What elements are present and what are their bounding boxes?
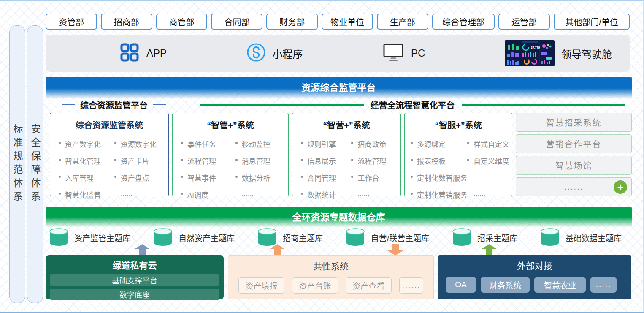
system-item: 流程管理 [351, 155, 398, 166]
external-chip-more: ..... [590, 277, 617, 293]
private-cloud-box: 绿道私有云 基础支撑平台 数字底座 [46, 255, 224, 299]
channel-miniprogram: 小程序 [246, 43, 303, 64]
bullet-dot [351, 142, 353, 144]
resource-platform-architecture: 标准规范体系 安全保障体系 资管部 招商部 商管部 合同部 财务部 物业单位 生… [0, 0, 644, 313]
channel-label: 领导驾驶舱 [561, 46, 612, 61]
external-integration-box: 外部对接 OA 财务系统 智慧农业 ..... [438, 255, 631, 299]
common-chip-asset-view: 资产查看 [346, 277, 392, 294]
add-button[interactable]: + [614, 180, 627, 194]
bullet-dot [411, 176, 413, 178]
external-integration-title: 外部对接 [446, 259, 624, 272]
database-asset-supervision: 资产监管主题库 [49, 228, 130, 247]
bullet-dot [301, 159, 303, 161]
system-item: 数据分析 [235, 172, 286, 183]
external-chip-oa: OA [446, 277, 476, 293]
database-basic-data: 基础数据主题库 [540, 228, 622, 247]
rail-label: 安全保障体系 [28, 124, 42, 205]
green-line [462, 104, 625, 106]
flow-arrow-up-green [481, 244, 497, 256]
system-item: 定制化营销服务 [411, 189, 467, 200]
database-row: 资产监管主题库 自然资产主题库 招商主题库 自营/联营主题库 招采主题库 基础数… [46, 226, 632, 249]
system-item-more: ...... [235, 189, 286, 200]
system-item: 移动监控 [235, 139, 286, 149]
bullet-dot [301, 193, 303, 195]
bullet-dot [351, 176, 353, 178]
system-box-title: “智营+”系统 [292, 119, 400, 131]
channel-app: APP [119, 42, 167, 64]
system-item: 数据统计 [301, 189, 351, 200]
cloud-layer-support-platform: 基础支撑平台 [50, 274, 219, 286]
common-chip-asset-report: 资产填报 [238, 277, 284, 294]
system-item: 信息展示 [301, 155, 351, 166]
system-item: 智慧化管理 [59, 155, 114, 166]
rail-label: 标准规范体系 [10, 124, 24, 205]
side-system-smart-venue: 智慧场馆 [516, 156, 632, 175]
bullet-dot [301, 176, 303, 178]
common-systems-title: 共性系统 [238, 259, 423, 272]
system-item: 合同管理 [301, 172, 351, 183]
database-cylinder-icon [540, 228, 560, 247]
system-item-more: ...... [351, 189, 398, 200]
channel-label: 小程序 [273, 46, 303, 61]
bullet-dot [181, 159, 183, 161]
green-line [200, 104, 364, 106]
system-item-more: ...... [467, 189, 509, 200]
system-item: 智慧化监管 [59, 189, 114, 200]
side-systems-column: 智慧招采系统 营销合作平台 智慧场馆 ...... + [516, 113, 632, 196]
platform-banner-title: 资源综合监管平台 [301, 82, 376, 93]
rail-standards-system: 标准规范体系 [9, 25, 25, 303]
platform-banner: 资源综合监管平台 [46, 77, 632, 99]
warehouse-banner-title: 全环资源专题数据仓库 [292, 212, 385, 223]
bullet-dot [411, 142, 413, 144]
system-box-zhiying: “智营+”系统 规则引擎 招商政策 信息展示 流程管理 合同管理 工作台 数据统… [292, 113, 401, 196]
department-chip: 其他部门/单位 [554, 14, 630, 30]
bullet-dot [59, 193, 61, 195]
system-item: 消息管理 [235, 155, 286, 166]
database-natural-assets: 自然资产主题库 [153, 228, 235, 247]
bullet-dot [181, 142, 183, 144]
rail-security-system: 安全保障体系 [27, 25, 43, 303]
bullet-dot [114, 159, 116, 161]
bullet-dot [59, 142, 61, 144]
side-system-marketing-platform: 营销合作平台 [516, 134, 632, 153]
app-grid-icon [119, 42, 140, 64]
system-item: 报表模板 [411, 155, 467, 166]
flow-arrow-down-orange [387, 244, 403, 256]
private-cloud-title: 绿道私有云 [50, 259, 219, 271]
bullet-dot [181, 193, 183, 195]
database-cylinder-icon [346, 228, 365, 247]
system-box-title: “智服+”系统 [405, 119, 512, 131]
system-item-more: ...... [114, 189, 166, 200]
department-chip: 综合管理部 [432, 14, 495, 30]
system-item: 定制化数智服务 [411, 172, 509, 183]
bullet-dot [467, 159, 469, 161]
system-item: 规则引擎 [301, 139, 351, 149]
section-label-row: 综合资源监管平台 经营全流程智慧化平台 [46, 98, 632, 111]
side-system-more: ...... + [516, 177, 632, 196]
common-chip-more: ...... [399, 277, 423, 294]
department-chip: 商管部 [156, 14, 208, 30]
bullet-dot [411, 193, 413, 195]
warehouse-banner: 全环资源专题数据仓库 [46, 207, 632, 227]
bullet-dot [235, 176, 238, 178]
bullet-dot [235, 159, 238, 161]
department-chip: 资管部 [46, 14, 97, 30]
section-label-left: 综合资源监管平台 [80, 99, 148, 111]
system-item: 工作台 [351, 172, 398, 183]
cloud-layer-digital-base: 数字底座 [50, 289, 219, 300]
channel-label: PC [411, 47, 425, 59]
blue-dash-line [62, 104, 75, 105]
system-item: 入库管理 [59, 172, 114, 183]
access-channels-bar: APP 小程序 PC [46, 35, 630, 72]
department-chip: 财务部 [266, 14, 318, 30]
common-chip-asset-ledger: 资产台账 [292, 277, 338, 294]
bullet-dot [467, 142, 469, 144]
department-chip: 招商部 [101, 14, 152, 30]
channel-pc: PC [382, 43, 425, 64]
system-item: 智慧事件 [181, 172, 235, 183]
department-chip: 运管部 [498, 14, 550, 30]
system-item: 资产数字化 [59, 139, 114, 149]
system-item: 事件任务 [181, 139, 235, 149]
system-item: 招商政策 [351, 139, 398, 149]
common-systems-box: 共性系统 资产填报 资产台账 资产查看 ...... [228, 255, 434, 299]
